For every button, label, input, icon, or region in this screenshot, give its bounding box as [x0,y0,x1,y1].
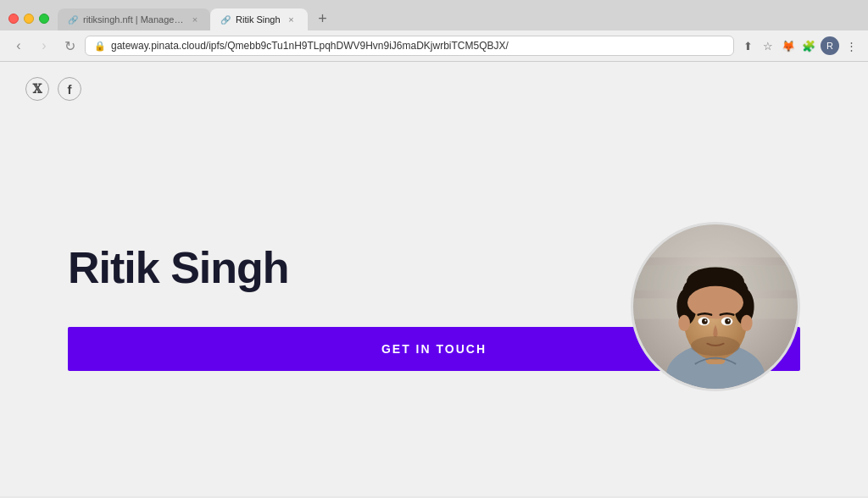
lock-icon: 🔒 [94,41,106,52]
svg-point-16 [725,318,731,324]
svg-point-19 [691,335,740,355]
menu-icon[interactable]: ⋮ [843,37,860,54]
svg-rect-2 [633,224,798,257]
fullscreen-button[interactable] [39,14,49,24]
svg-point-15 [702,318,708,324]
traffic-lights [8,14,49,24]
svg-point-17 [704,319,706,321]
address-bar[interactable]: 🔒 gateway.pinata.cloud/ipfs/Qmebb9cTu1nH… [85,36,734,56]
tab-close-1[interactable]: × [190,14,200,25]
bookmark-icon[interactable]: ☆ [760,37,776,54]
profile-icon[interactable]: R [821,36,839,55]
back-button[interactable]: ‹ [8,36,29,56]
tab-favicon-1: 🔗 [68,15,78,25]
browser-chrome: 🔗 ritiksingh.nft | Manage | Unsto... × 🔗… [0,0,868,62]
social-icons-bar: 𝕏 f [0,62,868,116]
tabs-bar: 🔗 ritiksingh.nft | Manage | Unsto... × 🔗… [58,7,860,30]
twitter-icon[interactable]: 𝕏 [25,77,49,101]
facebook-icon[interactable]: f [58,77,81,101]
svg-point-12 [687,285,743,318]
metamask-icon[interactable]: 🦊 [780,37,797,54]
avatar-image [633,222,798,391]
minimize-button[interactable] [24,14,34,24]
svg-point-21 [741,314,753,330]
tab-label-1: ritiksingh.nft | Manage | Unsto... [83,14,185,25]
close-button[interactable] [8,14,19,24]
tab-label-2: Ritik Singh [236,14,281,25]
main-content-area: Ritik Singh GET IN TOUCH [0,116,868,496]
avatar-container [631,222,800,391]
tab-close-2[interactable]: × [286,14,298,25]
extension-icon[interactable]: 🧩 [800,37,817,54]
nav-actions: ⬆ ☆ 🦊 🧩 R ⋮ [739,36,860,55]
tab-ritiksingh-nft[interactable]: 🔗 ritiksingh.nft | Manage | Unsto... × [58,8,210,30]
avatar [631,222,800,391]
forward-button[interactable]: › [34,36,54,56]
tab-ritik-singh[interactable]: 🔗 Ritik Singh × [210,8,308,30]
browser-titlebar: 🔗 ritiksingh.nft | Manage | Unsto... × 🔗… [0,0,868,30]
page-content: 𝕏 f Ritik Singh GET IN TOUCH [0,62,868,496]
url-text: gateway.pinata.cloud/ipfs/Qmebb9cTu1nH9T… [111,40,509,52]
reload-button[interactable]: ↻ [59,36,80,56]
svg-point-18 [728,319,730,321]
browser-nav: ‹ › ↻ 🔒 gateway.pinata.cloud/ipfs/Qmebb9… [0,30,868,62]
new-tab-button[interactable]: + [311,7,335,30]
share-icon[interactable]: ⬆ [739,37,756,54]
tab-favicon-2: 🔗 [220,15,231,25]
svg-point-20 [678,314,690,330]
